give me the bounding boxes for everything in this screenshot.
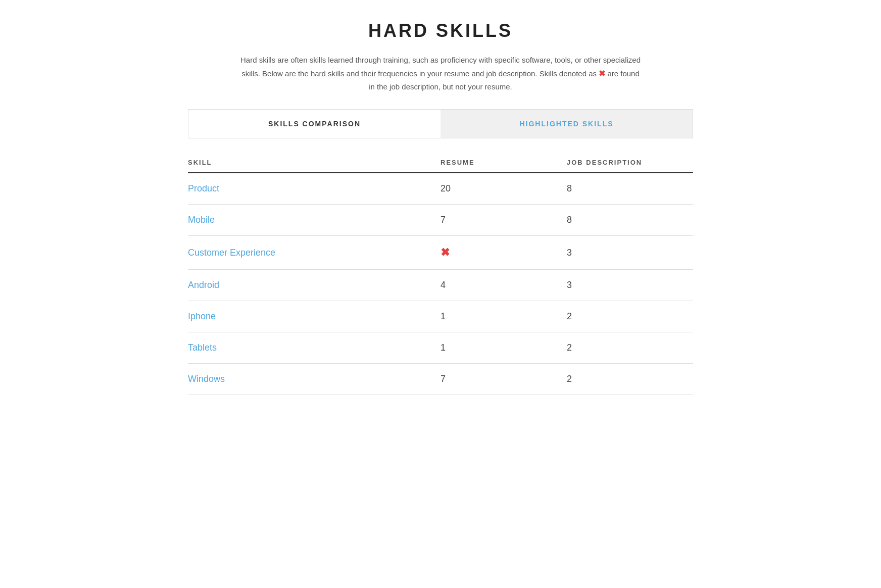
tab-highlighted-skills[interactable]: HIGHLIGHTED SKILLS — [440, 110, 693, 138]
job-description-value: 2 — [567, 342, 693, 353]
skill-name[interactable]: Mobile — [188, 215, 440, 225]
job-description-value: 2 — [567, 374, 693, 384]
skill-name[interactable]: Tablets — [188, 342, 440, 353]
table-body: Product208Mobile78Customer Experience✖3A… — [188, 173, 693, 395]
job-description-value: 2 — [567, 311, 693, 322]
skill-name[interactable]: Customer Experience — [188, 248, 440, 258]
table-row: Tablets12 — [188, 332, 693, 364]
table-row: Windows72 — [188, 364, 693, 395]
col-header-job-description: JOB DESCRIPTION — [567, 159, 693, 166]
skill-name[interactable]: Windows — [188, 374, 440, 384]
page-description: Hard skills are often skills learned thr… — [238, 54, 643, 93]
col-header-skill: SKILL — [188, 159, 440, 166]
skill-name[interactable]: Android — [188, 280, 440, 290]
skill-name[interactable]: Product — [188, 183, 440, 194]
tab-skills-comparison[interactable]: SKILLS COMPARISON — [188, 110, 440, 138]
resume-value: 4 — [440, 280, 567, 290]
resume-value: 1 — [440, 342, 567, 353]
main-container: HARD SKILLS Hard skills are often skills… — [188, 20, 693, 395]
tabs-container: SKILLS COMPARISON HIGHLIGHTED SKILLS — [188, 109, 693, 138]
table-row: Android43 — [188, 270, 693, 301]
job-description-value: 3 — [567, 280, 693, 290]
page-title: HARD SKILLS — [188, 20, 693, 41]
table-row: Customer Experience✖3 — [188, 236, 693, 270]
x-mark-icon: ✖ — [440, 246, 450, 259]
table-row: Iphone12 — [188, 301, 693, 332]
table-row: Mobile78 — [188, 205, 693, 236]
resume-value: 1 — [440, 311, 567, 322]
x-icon-inline: ✖ — [599, 69, 605, 78]
table-row: Product208 — [188, 173, 693, 205]
job-description-value: 3 — [567, 248, 693, 258]
resume-value: 7 — [440, 215, 567, 225]
job-description-value: 8 — [567, 183, 693, 194]
col-header-resume: RESUME — [440, 159, 567, 166]
resume-value: 20 — [440, 183, 567, 194]
resume-value: 7 — [440, 374, 567, 384]
job-description-value: 8 — [567, 215, 693, 225]
description-text-1: Hard skills are often skills learned thr… — [240, 56, 641, 78]
table-header: SKILL RESUME JOB DESCRIPTION — [188, 155, 693, 172]
resume-value: ✖ — [440, 246, 567, 259]
skill-name[interactable]: Iphone — [188, 311, 440, 322]
